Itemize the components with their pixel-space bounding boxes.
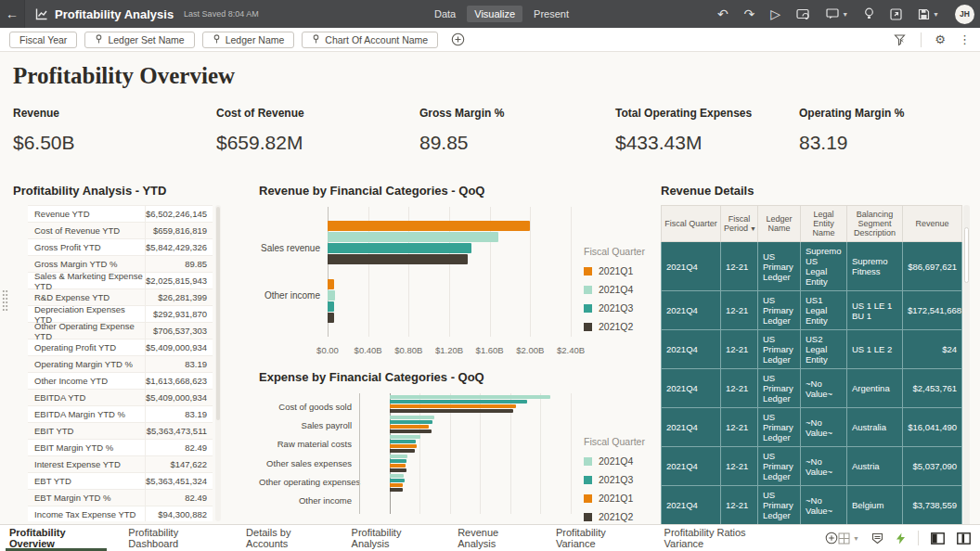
table-cell[interactable]: 12-21 (721, 369, 758, 408)
table-cell[interactable]: ~No Value~ (801, 408, 847, 447)
table-row[interactable]: EBITDA YTD$5,409,000,934 (28, 390, 213, 406)
table-row[interactable]: EBT YTD$5,363,451,324 (28, 473, 213, 490)
canvas-tab-details-by-accounts[interactable]: Details by Accounts (246, 525, 327, 551)
save-icon[interactable]: ▼ (918, 8, 939, 20)
bar-2021Q4[interactable] (390, 455, 408, 458)
column-header-revenue[interactable]: Revenue (903, 206, 962, 242)
table-cell[interactable]: $5,037,090 (903, 447, 962, 486)
bar-2021Q3[interactable] (390, 400, 528, 404)
table-row[interactable]: Other Income YTD$1,613,668,623 (28, 373, 213, 390)
bar-2021Q4[interactable] (390, 416, 435, 419)
table-cell[interactable]: Supremo US Legal Entity (801, 242, 847, 291)
table-row[interactable]: 2021Q412-21US Primary LedgerUS2 Legal En… (662, 330, 962, 369)
table-cell[interactable]: 12-21 (721, 242, 758, 291)
table-row[interactable]: Interest Expense YTD$147,622 (28, 456, 213, 473)
add-filter-icon[interactable] (451, 32, 465, 46)
canvas-tab-profitability-variance[interactable]: Profitability Variance (556, 525, 639, 551)
table-cell[interactable]: Austria (847, 447, 903, 486)
table-row[interactable]: EBIT YTD$5,363,473,511 (28, 423, 213, 440)
table-cell[interactable]: 2021Q4 (662, 447, 721, 486)
layout-split-panel-icon[interactable] (957, 532, 971, 545)
canvas-settings-gear-icon[interactable]: ⚙ (935, 32, 946, 46)
data-badge-icon[interactable] (871, 532, 883, 545)
table-row[interactable]: 2021Q412-21US Primary Ledger~No Value~Ar… (662, 369, 962, 408)
legend-item-2021Q1[interactable]: 2021Q1 (584, 265, 656, 276)
column-header-balancing-segment-description[interactable]: Balancing Segment Description (847, 206, 903, 242)
bar-2021Q2[interactable] (390, 409, 514, 413)
plot-area[interactable] (359, 393, 571, 514)
table-cell[interactable]: US2 Legal Entity (801, 330, 847, 369)
bar-2021Q3[interactable] (390, 440, 416, 443)
legend-item-2021Q4[interactable]: 2021Q4 (584, 284, 656, 295)
table-cell[interactable]: Argentina (847, 369, 903, 408)
table-cell[interactable]: 2021Q4 (662, 486, 721, 525)
bar-2021Q2[interactable] (390, 449, 415, 453)
auto-insights-bulb-icon[interactable] (864, 7, 874, 20)
table-row[interactable]: 2021Q412-21US Primary LedgerUS1 Legal En… (662, 291, 962, 330)
refresh-data-icon[interactable] (796, 8, 810, 20)
table-cell[interactable]: 12-21 (721, 330, 758, 369)
table-cell[interactable]: ~No Value~ (801, 369, 847, 408)
bar-2021Q1[interactable] (390, 404, 517, 408)
bar-2021Q4[interactable] (390, 395, 551, 399)
mode-tab-present[interactable]: Present (526, 6, 576, 22)
table-cell[interactable]: 2021Q4 (662, 408, 721, 447)
table-row[interactable]: 2021Q412-21US Primary Ledger~No Value~Au… (662, 447, 962, 486)
undo-icon[interactable]: ↶ (717, 7, 729, 20)
table-cell[interactable]: US Primary Ledger (758, 447, 801, 486)
table-cell[interactable]: US 1 LE 2 (847, 330, 903, 369)
table-row[interactable]: Sales & Marketing Expense YTD$2,025,815,… (28, 273, 213, 289)
bar-2021Q1[interactable] (390, 444, 417, 448)
filter-chip-ledger-set-name[interactable]: Ledger Set Name (84, 32, 194, 48)
legend-item-2021Q3[interactable]: 2021Q3 (584, 474, 656, 485)
filter-chip-fiscal-year[interactable]: Fiscal Year (9, 32, 77, 48)
bar-2021Q2[interactable] (390, 429, 432, 433)
table-cell[interactable]: $2,453,761 (903, 369, 962, 408)
bar-2021Q1[interactable] (328, 221, 530, 231)
table-row[interactable]: EBIT Margin YTD %82.49 (28, 440, 213, 456)
user-avatar[interactable]: JH (955, 5, 974, 24)
legend-item-2021Q3[interactable]: 2021Q3 (584, 302, 656, 314)
bar-2021Q2[interactable] (328, 254, 468, 264)
legend-item-2021Q2[interactable]: 2021Q2 (584, 511, 656, 522)
table-row[interactable]: Other Operating Expense YTD$706,537,303 (28, 323, 213, 340)
bar-2021Q3[interactable] (328, 243, 471, 253)
table-cell[interactable]: 12-21 (721, 447, 758, 486)
comments-icon[interactable]: ▼ (826, 8, 848, 19)
bar-2021Q4[interactable] (328, 290, 335, 301)
panel-drag-handle[interactable] (2, 289, 8, 311)
table-row[interactable]: 2021Q412-21US Primary Ledger~No Value~Au… (662, 408, 962, 447)
table-row[interactable]: Revenue YTD$6,502,246,145 (28, 206, 213, 223)
table-row[interactable]: EBT Margin YTD %82.49 (28, 490, 213, 506)
table-cell[interactable]: US Primary Ledger (758, 291, 801, 330)
table-cell[interactable]: US Primary Ledger (758, 330, 801, 369)
plot-area[interactable] (328, 207, 571, 337)
table-cell[interactable]: US1 Legal Entity (801, 291, 847, 330)
table-cell[interactable]: 2021Q4 (662, 330, 721, 369)
mode-tab-visualize[interactable]: Visualize (467, 6, 522, 22)
table-cell[interactable]: Australia (847, 408, 903, 447)
auto-insights-spark-icon[interactable] (896, 532, 906, 545)
bar-2021Q2[interactable] (328, 313, 334, 323)
table-row[interactable]: Income Tax Expense YTD$94,300,882 (28, 506, 213, 521)
table-cell[interactable]: $24 (903, 330, 962, 369)
bar-2021Q1[interactable] (328, 279, 334, 289)
column-header-fiscal-quarter[interactable]: Fiscal Quarter (662, 206, 721, 242)
table-cell[interactable]: 12-21 (721, 408, 758, 447)
bar-2021Q1[interactable] (390, 464, 406, 468)
bar-2021Q3[interactable] (390, 479, 405, 482)
column-header-legal-entity-name[interactable]: Legal Entity Name (801, 206, 847, 242)
filter-chip-ledger-name[interactable]: Ledger Name (202, 32, 295, 48)
table-cell[interactable]: 12-21 (721, 486, 758, 525)
layout-left-panel-icon[interactable] (931, 532, 945, 545)
table-row[interactable]: Operating Margin YTD %83.19 (28, 356, 213, 373)
table-cell[interactable]: $86,697,621 (903, 242, 962, 291)
table-cell[interactable]: $3,738,559 (903, 486, 962, 525)
redo-icon[interactable]: ↷ (744, 7, 755, 20)
canvas-tab-profitability-ratios-variance[interactable]: Profitability Ratios Variance (664, 525, 776, 551)
vertical-scrollbar[interactable] (963, 205, 970, 526)
bar-2021Q4[interactable] (390, 474, 404, 478)
table-row[interactable]: 2021Q412-21US Primary LedgerSupremo US L… (662, 242, 962, 291)
filter-chip-chart-of-account-name[interactable]: Chart Of Account Name (302, 32, 438, 48)
export-icon[interactable] (890, 8, 902, 20)
